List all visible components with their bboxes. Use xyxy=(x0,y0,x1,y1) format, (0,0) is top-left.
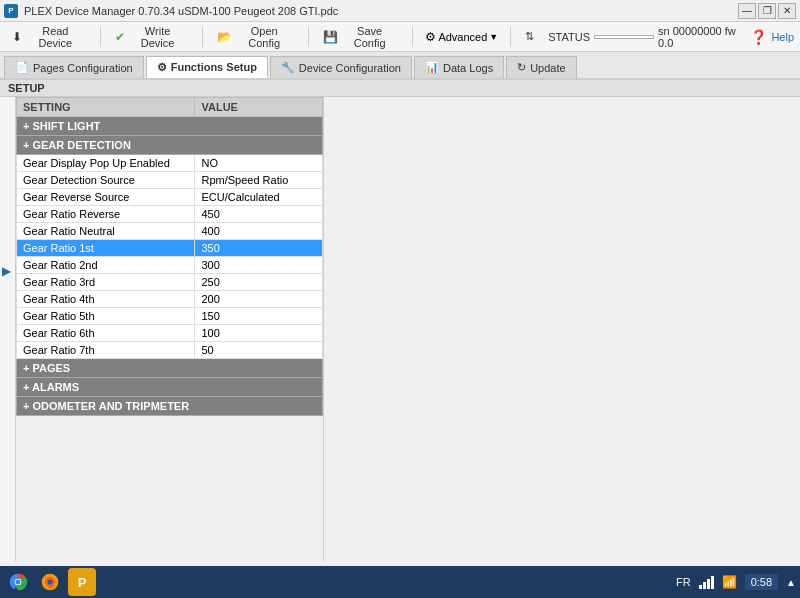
signal-bars xyxy=(699,576,714,589)
row-value: 350 xyxy=(195,240,323,257)
row-setting: Gear Ratio 6th xyxy=(17,325,195,342)
settings-table: SETTING VALUE + SHIFT LIGHT+ GEAR DETECT… xyxy=(16,97,323,416)
taskbar-right: FR 📶 0:58 ▲ xyxy=(676,574,796,590)
table-row[interactable]: Gear Display Pop Up EnabledNO xyxy=(17,155,323,172)
taskbar: P FR 📶 0:58 ▲ xyxy=(0,566,800,598)
title-bar: P PLEX Device Manager 0.70.34 uSDM-100 P… xyxy=(0,0,800,22)
toolbar-separator-2 xyxy=(202,27,203,47)
row-value: 250 xyxy=(195,274,323,291)
row-setting: Gear Ratio 3rd xyxy=(17,274,195,291)
side-indicator: ▶ xyxy=(0,97,16,561)
signal-bar-2 xyxy=(703,582,706,589)
table-group-0[interactable]: + SHIFT LIGHT xyxy=(17,117,323,136)
taskbar-time: 0:58 xyxy=(745,574,778,590)
minimize-button[interactable]: — xyxy=(738,3,756,19)
setup-label: SETUP xyxy=(0,80,800,97)
pages-tab-label: Pages Configuration xyxy=(33,62,133,74)
tab-update[interactable]: ↻ Update xyxy=(506,56,576,78)
window-controls: — ❒ ✕ xyxy=(738,3,796,19)
read-device-button[interactable]: ⬇ Read Device xyxy=(6,23,92,51)
table-row[interactable]: Gear Detection SourceRpm/Speed Ratio xyxy=(17,172,323,189)
table-group-4[interactable]: + ODOMETER AND TRIPMETER xyxy=(17,397,323,416)
signal-bar-4 xyxy=(711,576,714,589)
row-value: 450 xyxy=(195,206,323,223)
row-setting: Gear Ratio Neutral xyxy=(17,223,195,240)
advanced-dropdown[interactable]: ⚙ Advanced ▼ xyxy=(421,28,502,46)
settings-table-container: SETTING VALUE + SHIFT LIGHT+ GEAR DETECT… xyxy=(16,97,324,561)
functions-tab-label: Functions Setup xyxy=(171,61,257,73)
table-row[interactable]: Gear Ratio 2nd300 xyxy=(17,257,323,274)
row-value: 300 xyxy=(195,257,323,274)
app-icon: P xyxy=(4,4,18,18)
write-device-icon: ✔ xyxy=(115,30,125,44)
tab-data-logs[interactable]: 📊 Data Logs xyxy=(414,56,504,78)
table-row[interactable]: Gear Ratio 1st350 xyxy=(17,240,323,257)
tab-functions[interactable]: ⚙ Functions Setup xyxy=(146,56,268,78)
close-button[interactable]: ✕ xyxy=(778,3,796,19)
data-logs-tab-icon: 📊 xyxy=(425,61,439,74)
status-label: STATUS xyxy=(548,31,590,43)
update-tab-icon: ↻ xyxy=(517,61,526,74)
toolbar-separator-5 xyxy=(510,27,511,47)
pages-tab-icon: 📄 xyxy=(15,61,29,74)
row-setting: Gear Reverse Source xyxy=(17,189,195,206)
save-config-button[interactable]: 💾 Save Config xyxy=(317,23,405,51)
tab-pages[interactable]: 📄 Pages Configuration xyxy=(4,56,144,78)
row-value: 400 xyxy=(195,223,323,240)
table-row[interactable]: Gear Ratio 4th200 xyxy=(17,291,323,308)
table-group-1[interactable]: + GEAR DETECTION xyxy=(17,136,323,155)
read-device-icon: ⬇ xyxy=(12,30,22,44)
update-tab-label: Update xyxy=(530,62,565,74)
table-row[interactable]: Gear Ratio 6th100 xyxy=(17,325,323,342)
table-row[interactable]: Gear Ratio Neutral400 xyxy=(17,223,323,240)
open-config-button[interactable]: 📂 Open Config xyxy=(211,23,300,51)
signal-bar-1 xyxy=(699,585,702,589)
row-value: 100 xyxy=(195,325,323,342)
table-row[interactable]: Gear Ratio 5th150 xyxy=(17,308,323,325)
taskbar-chrome[interactable] xyxy=(4,568,32,596)
open-config-icon: 📂 xyxy=(217,30,232,44)
taskbar-chevron[interactable]: ▲ xyxy=(786,577,796,588)
sort-icon: ⇅ xyxy=(525,30,534,43)
table-group-3[interactable]: + ALARMS xyxy=(17,378,323,397)
taskbar-firefox[interactable] xyxy=(36,568,64,596)
restore-button[interactable]: ❒ xyxy=(758,3,776,19)
signal-bar-3 xyxy=(707,579,710,589)
row-setting: Gear Detection Source xyxy=(17,172,195,189)
row-arrow-indicator: ▶ xyxy=(2,265,10,278)
taskbar-plex[interactable]: P xyxy=(68,568,96,596)
write-device-button[interactable]: ✔ Write Device xyxy=(109,23,194,51)
row-setting: Gear Ratio 1st xyxy=(17,240,195,257)
row-value: ECU/Calculated xyxy=(195,189,323,206)
row-value: 200 xyxy=(195,291,323,308)
row-setting: Gear Ratio 7th xyxy=(17,342,195,359)
save-config-icon: 💾 xyxy=(323,30,338,44)
row-value: Rpm/Speed Ratio xyxy=(195,172,323,189)
svg-point-2 xyxy=(16,580,21,585)
header-setting: SETTING xyxy=(17,98,195,117)
window-title: PLEX Device Manager 0.70.34 uSDM-100 Peu… xyxy=(24,5,338,17)
taskbar-language: FR xyxy=(676,576,691,588)
sort-button[interactable]: ⇅ xyxy=(519,28,540,45)
tab-bar: 📄 Pages Configuration ⚙ Functions Setup … xyxy=(0,52,800,80)
row-setting: Gear Display Pop Up Enabled xyxy=(17,155,195,172)
table-row[interactable]: Gear Ratio 7th50 xyxy=(17,342,323,359)
tab-device[interactable]: 🔧 Device Configuration xyxy=(270,56,412,78)
right-panel xyxy=(324,97,800,561)
row-value: 50 xyxy=(195,342,323,359)
toolbar-separator-3 xyxy=(308,27,309,47)
advanced-arrow: ▼ xyxy=(489,32,498,42)
main-content: ▶ SETTING VALUE + SHIFT LIGHT+ GEAR DETE… xyxy=(0,97,800,561)
table-row[interactable]: Gear Reverse SourceECU/Calculated xyxy=(17,189,323,206)
table-row[interactable]: Gear Ratio 3rd250 xyxy=(17,274,323,291)
table-group-2[interactable]: + PAGES xyxy=(17,359,323,378)
table-row[interactable]: Gear Ratio Reverse450 xyxy=(17,206,323,223)
device-tab-label: Device Configuration xyxy=(299,62,401,74)
row-value: 150 xyxy=(195,308,323,325)
row-setting: Gear Ratio Reverse xyxy=(17,206,195,223)
sn-label: sn 00000000 fw 0.0 xyxy=(658,25,746,49)
help-label[interactable]: Help xyxy=(771,31,794,43)
header-value: VALUE xyxy=(195,98,323,117)
toolbar-separator-1 xyxy=(100,27,101,47)
advanced-icon: ⚙ xyxy=(425,30,436,44)
